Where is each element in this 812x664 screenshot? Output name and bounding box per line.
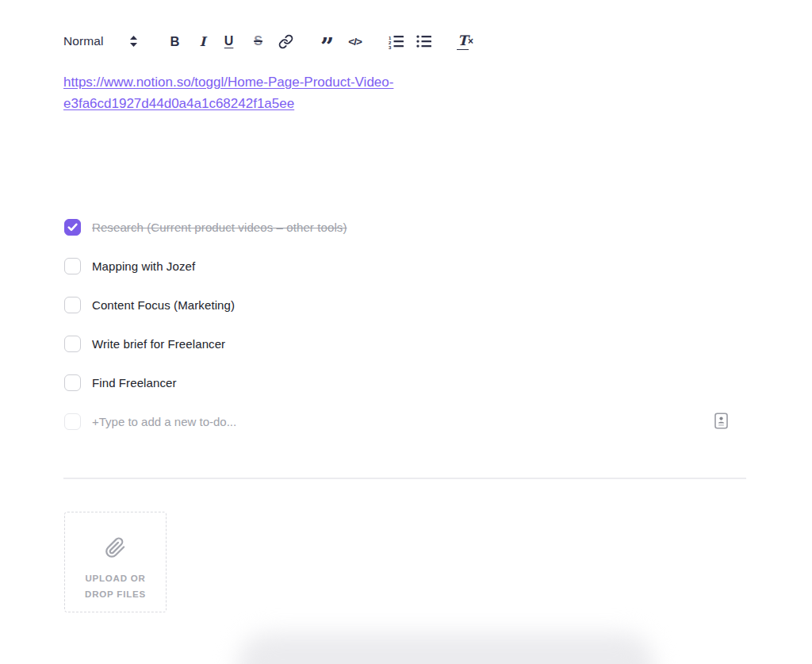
todo-label[interactable]: Mapping with Jozef [92, 259, 195, 273]
todo-item-content-focus: Content Focus (Marketing) [64, 294, 746, 316]
todo-item-write-brief: Write brief for Freelancer [64, 332, 746, 355]
upload-label: UPLOAD OR DROP FILES [85, 570, 146, 602]
code-button[interactable]: </> [346, 31, 365, 52]
clear-formatting-button[interactable]: T× [456, 31, 475, 52]
add-todo-input[interactable]: +Type to add a new to-do... [92, 415, 236, 428]
style-sorter-icon [124, 31, 144, 52]
blockquote-button[interactable]: ” [318, 25, 337, 57]
paragraph-style-dropdown[interactable]: Normal [63, 31, 144, 52]
strikethrough-button[interactable]: S [249, 31, 268, 52]
notion-link-line2: e3fa6cd1927d44d0a4a1c68242f1a5ee [63, 94, 393, 115]
clear-formatting-t: T [457, 33, 469, 50]
checkbox-checked[interactable] [64, 219, 81, 236]
bottom-card-shadow [238, 633, 654, 664]
checkbox-placeholder [64, 413, 81, 430]
underline-button[interactable]: U [220, 31, 239, 52]
link-button[interactable] [277, 31, 296, 52]
checkmark-icon [67, 223, 78, 232]
section-divider [63, 478, 746, 479]
svg-text:3: 3 [389, 44, 392, 49]
upload-label-line2: DROP FILES [85, 586, 146, 602]
checkbox-unchecked[interactable] [64, 336, 81, 352]
checkbox-unchecked[interactable] [64, 374, 81, 391]
assign-member-icon [714, 413, 728, 429]
ordered-list-button[interactable]: 1 2 3 [387, 31, 406, 52]
richtext-toolbar: Normal B I U S ” </> 1 [63, 29, 475, 53]
todo-editor-panel: Normal B I U S ” </> 1 [0, 0, 812, 664]
todo-label[interactable]: Content Focus (Marketing) [92, 298, 235, 312]
add-todo-row: +Type to add a new to-do... [64, 410, 746, 432]
notion-link-line1: https://www.notion.so/toggl/Home-Page-Pr… [63, 72, 393, 94]
assign-member-button[interactable] [714, 413, 728, 429]
todo-item-research: Research (Current product videos – other… [64, 216, 746, 238]
bold-button[interactable]: B [166, 31, 185, 52]
notion-link[interactable]: https://www.notion.so/toggl/Home-Page-Pr… [63, 72, 393, 114]
checkbox-unchecked[interactable] [64, 258, 81, 274]
todo-item-mapping: Mapping with Jozef [64, 255, 746, 277]
upload-label-line1: UPLOAD OR [85, 570, 146, 586]
todo-checklist: Research (Current product videos – other… [64, 216, 746, 449]
todo-label[interactable]: Write brief for Freelancer [92, 337, 225, 351]
bullet-list-button[interactable] [415, 31, 434, 52]
todo-label[interactable]: Research (Current product videos – other… [92, 221, 347, 234]
italic-button[interactable]: I [193, 31, 213, 52]
clear-formatting-x: × [468, 36, 473, 47]
todo-item-find-freelancer: Find Freelancer [64, 371, 746, 393]
checkbox-unchecked[interactable] [64, 297, 81, 313]
file-upload-dropzone[interactable]: UPLOAD OR DROP FILES [64, 512, 167, 612]
paperclip-icon [105, 537, 126, 558]
ordered-list-icon: 1 2 3 [389, 35, 404, 48]
todo-label[interactable]: Find Freelancer [92, 376, 177, 390]
paragraph-style-value: Normal [63, 34, 104, 48]
link-icon [278, 34, 293, 49]
bullet-list-icon [416, 35, 431, 48]
